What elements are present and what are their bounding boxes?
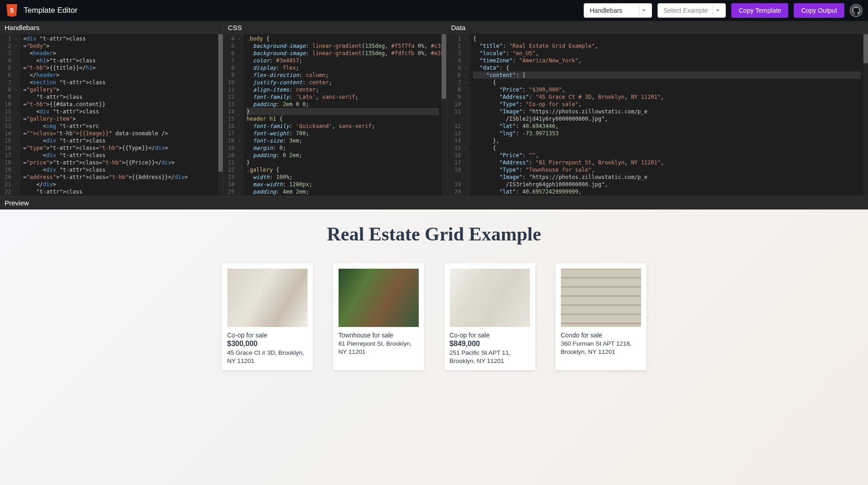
css-panel: CSS 4 - 5 6 7 8 9 10 11 12 13 14 15 16 1… <box>223 21 447 196</box>
scrollbar[interactable] <box>218 34 223 196</box>
handlebars-code[interactable]: <div "t-attr">class="body"> <header> <h1… <box>21 34 218 196</box>
gallery-item: Co-op for sale $849,000 251 Pacific St A… <box>444 263 535 370</box>
example-select[interactable]: Select Example <box>657 3 726 18</box>
preview-title: Real Estate Grid Example <box>327 223 541 245</box>
copy-template-button[interactable]: Copy Template <box>731 3 788 18</box>
engine-select-value: Handlebars <box>590 7 636 14</box>
handlebars-panel-header: Handlebars <box>0 21 223 34</box>
github-icon[interactable] <box>850 4 863 17</box>
line-gutter: 4 - 5 6 7 8 9 10 11 12 13 14 15 16 17 18… <box>223 34 244 196</box>
handlebars-editor[interactable]: 1 - 2 - 3 4 5 6 - 7 8 - 9 10 11 12 13 14… <box>0 34 223 196</box>
chevron-down-icon <box>713 6 722 15</box>
listing-type: Condo for sale <box>561 332 641 339</box>
listing-image[interactable] <box>227 269 308 327</box>
listing-address: 45 Grace Ct # 3D, Brooklyn, NY 11201 <box>227 349 308 365</box>
data-panel: Data 1 - 2 3 4 5 - 6 - 7 - 8 9 10 11 12 … <box>447 21 868 196</box>
gallery-item: Co-op for sale $300,000 45 Grace Ct # 3D… <box>222 263 313 370</box>
data-editor[interactable]: 1 - 2 3 4 5 - 6 - 7 - 8 9 10 11 12 13 14… <box>447 34 868 196</box>
gallery-item: Condo for sale 360 Furman St APT 1216, B… <box>555 263 647 370</box>
handlebars-panel: Handlebars 1 - 2 - 3 4 5 6 - 7 8 - 9 10 … <box>0 21 223 196</box>
listing-address: 251 Pacific St APT 11, Brooklyn, NY 1120… <box>450 349 530 365</box>
css-editor[interactable]: 4 - 5 6 7 8 9 10 11 12 13 14 15 16 17 18… <box>223 34 446 196</box>
css-code[interactable]: .body { background-image: linear-gradien… <box>244 34 442 196</box>
listing-type: Co-op for sale <box>227 332 308 339</box>
example-select-placeholder: Select Example <box>663 7 710 14</box>
editor-panels: Handlebars 1 - 2 - 3 4 5 6 - 7 8 - 9 10 … <box>0 21 868 196</box>
chevron-down-icon <box>639 6 648 15</box>
listing-address: 81 Pierrepont St, Brooklyn, NY 11201 <box>339 340 419 356</box>
scrollbar[interactable] <box>442 34 446 196</box>
top-bar: Template Editor Handlebars Select Exampl… <box>0 0 868 21</box>
scrollbar[interactable] <box>863 34 868 196</box>
app-title: Template Editor <box>24 6 77 15</box>
gallery-item: Townhouse for sale 81 Pierrepont St, Bro… <box>333 263 424 370</box>
html5-logo-icon <box>5 4 18 17</box>
copy-output-button[interactable]: Copy Output <box>794 3 844 18</box>
listing-address: 360 Furman St APT 1216, Brooklyn, NY 112… <box>561 340 641 356</box>
data-panel-header: Data <box>447 21 868 34</box>
preview-pane: Real Estate Grid Example Co-op for sale … <box>0 209 868 485</box>
line-gutter: 1 - 2 3 4 5 - 6 - 7 - 8 9 10 11 12 13 14… <box>447 34 470 196</box>
listing-image[interactable] <box>561 269 641 327</box>
gallery-grid: Co-op for sale $300,000 45 Grace Ct # 3D… <box>222 263 647 370</box>
listing-image[interactable] <box>339 269 419 327</box>
preview-header: Preview <box>0 196 868 209</box>
listing-type: Co-op for sale <box>450 332 530 339</box>
listing-price: $300,000 <box>227 340 308 348</box>
listing-price: $849,000 <box>450 340 530 348</box>
line-gutter: 1 - 2 - 3 4 5 6 - 7 8 - 9 10 11 12 13 14… <box>0 34 21 196</box>
data-code[interactable]: { "title": "Real Estate Grid Example", "… <box>470 34 863 196</box>
listing-type: Townhouse for sale <box>339 332 419 339</box>
css-panel-header: CSS <box>223 21 446 34</box>
listing-image[interactable] <box>450 269 530 327</box>
engine-select[interactable]: Handlebars <box>584 3 652 18</box>
